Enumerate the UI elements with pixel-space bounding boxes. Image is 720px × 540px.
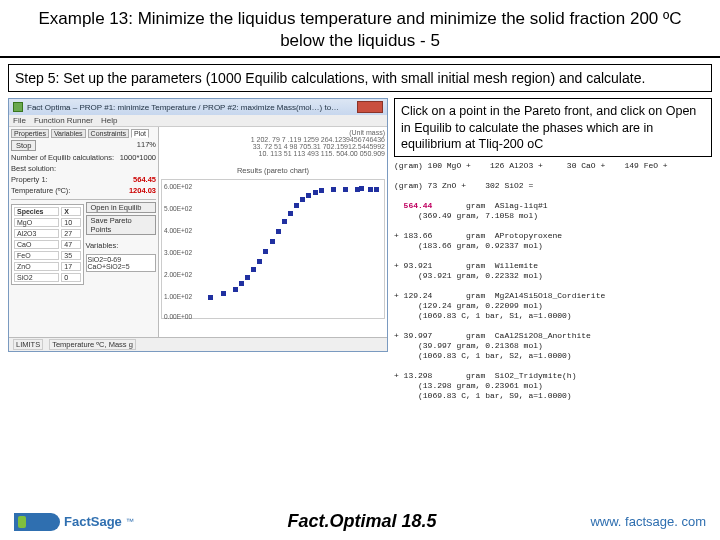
slide-title: Example 13: Minimize the liquidus temper… bbox=[0, 0, 720, 58]
logo-icon bbox=[14, 513, 60, 531]
tab-constraints[interactable]: Constraints bbox=[88, 129, 129, 138]
progress-pct: 117% bbox=[137, 140, 156, 151]
chart-point[interactable] bbox=[313, 190, 318, 195]
col-species: Species bbox=[14, 207, 59, 216]
step-box: Step 5: Set up the parameters (1000 Equi… bbox=[8, 64, 712, 92]
y-axis: 6.00E+02 5.00E+02 4.00E+02 3.00E+02 2.00… bbox=[162, 180, 194, 318]
chart-point[interactable] bbox=[270, 239, 275, 244]
close-icon[interactable] bbox=[357, 101, 383, 113]
tm-icon: ™ bbox=[126, 517, 134, 526]
chart-point[interactable] bbox=[300, 197, 305, 202]
table-row: ZnO17 bbox=[14, 262, 81, 271]
variables-label: Variables: bbox=[86, 241, 157, 250]
footer-site: www. factsage. com bbox=[590, 514, 706, 529]
tabs: Properties Variables Constraints Plot bbox=[11, 129, 156, 138]
chart-point[interactable] bbox=[221, 291, 226, 296]
table-row: SiO20 bbox=[14, 273, 81, 282]
prop1-value: 564.45 bbox=[133, 175, 156, 184]
app-window: Fact Optima – PROP #1: minimize Temperat… bbox=[8, 98, 388, 352]
equilib-output: (gram) 100 MgO + 126 Al2O3 + 30 CaO + 14… bbox=[394, 161, 712, 401]
save-pareto-button[interactable]: Save Pareto Points bbox=[86, 215, 157, 235]
chart-point[interactable] bbox=[331, 187, 336, 192]
status-info: (Unit mass) 1 202. 79 7 .119 1259 264.12… bbox=[161, 129, 385, 157]
hint-text: Click on a point in the Pareto front, an… bbox=[401, 104, 696, 151]
chart-point[interactable] bbox=[368, 187, 373, 192]
footer: FactSage ™ Fact.Optimal 18.5 www. factsa… bbox=[0, 505, 720, 540]
menu-function-runner[interactable]: Function Runner bbox=[34, 116, 93, 125]
menu-help[interactable]: Help bbox=[101, 116, 117, 125]
tab-variables[interactable]: Variables bbox=[51, 129, 86, 138]
col-x: X bbox=[61, 207, 80, 216]
status-limits: LIMITS bbox=[13, 339, 43, 350]
chart-point[interactable] bbox=[239, 281, 244, 286]
species-grid: SpeciesX MgO10 Al2O327 CaO47 FeO35 ZnO17… bbox=[11, 204, 84, 285]
app-icon bbox=[13, 102, 23, 112]
logo: FactSage ™ bbox=[14, 513, 134, 531]
chart-point[interactable] bbox=[276, 229, 281, 234]
best-label: Best solution: bbox=[11, 164, 156, 173]
chart-point[interactable] bbox=[208, 295, 213, 300]
table-row: Al2O327 bbox=[14, 229, 81, 238]
right-pane: (Unit mass) 1 202. 79 7 .119 1259 264.12… bbox=[159, 127, 387, 337]
plot-area[interactable] bbox=[196, 184, 380, 304]
table-row: CaO47 bbox=[14, 240, 81, 249]
statusbar: LIMITS Temperature ºC, Mass g bbox=[9, 337, 387, 351]
hint-box: Click on a point in the Pareto front, an… bbox=[394, 98, 712, 157]
tab-plot[interactable]: Plot bbox=[131, 129, 149, 138]
titlebar: Fact Optima – PROP #1: minimize Temperat… bbox=[9, 99, 387, 115]
calc-label: Number of Equilib calculations: bbox=[11, 153, 114, 162]
step-text: Step 5: Set up the parameters (1000 Equi… bbox=[15, 70, 645, 86]
table-row: FeO35 bbox=[14, 251, 81, 260]
chart-point[interactable] bbox=[282, 219, 287, 224]
chart-point[interactable] bbox=[359, 186, 364, 191]
footer-center: Fact.Optimal 18.5 bbox=[288, 511, 437, 532]
prop2-label: Temperature (ºC): bbox=[11, 186, 70, 195]
status-units: Temperature ºC, Mass g bbox=[49, 339, 136, 350]
open-equilib-button[interactable]: Open in Equilib bbox=[86, 202, 157, 213]
window-title: Fact Optima – PROP #1: minimize Temperat… bbox=[27, 103, 353, 112]
chart-point[interactable] bbox=[294, 203, 299, 208]
chart-title: Results (pareto chart) bbox=[237, 166, 309, 175]
chart-point[interactable] bbox=[245, 275, 250, 280]
prop1-label: Property 1: bbox=[11, 175, 48, 184]
calc-value: 1000*1000 bbox=[120, 153, 156, 162]
chart-point[interactable] bbox=[319, 188, 324, 193]
left-pane: Properties Variables Constraints Plot St… bbox=[9, 127, 159, 337]
menubar: File Function Runner Help bbox=[9, 115, 387, 127]
var-row: CaO+SiO2=5 bbox=[88, 263, 155, 270]
chart-point[interactable] bbox=[288, 211, 293, 216]
pareto-chart[interactable]: Results (pareto chart) 6.00E+02 5.00E+02… bbox=[161, 179, 385, 319]
title-text: Example 13: Minimize the liquidus temper… bbox=[20, 8, 700, 52]
logo-text: FactSage bbox=[64, 514, 122, 529]
prop2-value: 1204.03 bbox=[129, 186, 156, 195]
chart-point[interactable] bbox=[257, 259, 262, 264]
chart-point[interactable] bbox=[233, 287, 238, 292]
stop-button[interactable]: Stop bbox=[11, 140, 36, 151]
chart-point[interactable] bbox=[343, 187, 348, 192]
chart-point[interactable] bbox=[263, 249, 268, 254]
tab-properties[interactable]: Properties bbox=[11, 129, 49, 138]
var-row: SiO2=0-69 bbox=[88, 256, 155, 263]
chart-point[interactable] bbox=[306, 193, 311, 198]
table-row: MgO10 bbox=[14, 218, 81, 227]
menu-file[interactable]: File bbox=[13, 116, 26, 125]
chart-point[interactable] bbox=[374, 187, 379, 192]
chart-point[interactable] bbox=[251, 267, 256, 272]
